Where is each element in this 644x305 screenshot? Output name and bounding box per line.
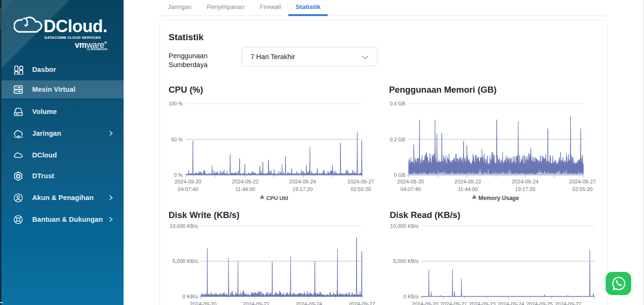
svg-text:0 KB/s: 0 KB/s — [403, 294, 419, 299]
svg-text:Memory Usage: Memory Usage — [479, 195, 519, 201]
svg-text:Penggunaan Memori (GB): Penggunaan Memori (GB) — [389, 85, 497, 95]
svg-text:2024-09-23: 2024-09-23 — [469, 301, 495, 305]
svg-text:2024-09-27: 2024-09-27 — [555, 301, 581, 305]
svg-text:2024-09-24: 2024-09-24 — [289, 179, 316, 184]
svg-text:2024-09-24: 2024-09-24 — [498, 301, 524, 305]
svg-text:2024-09-21: 2024-09-21 — [440, 301, 467, 305]
svg-text:04:07:40: 04:07:40 — [178, 186, 198, 192]
svg-text:2024-09-24: 2024-09-24 — [512, 179, 538, 184]
svg-text:0.4 GB: 0.4 GB — [390, 101, 405, 106]
svg-text:2024-09-20: 2024-09-20 — [411, 301, 438, 305]
svg-text:2024-09-25: 2024-09-25 — [526, 301, 553, 305]
svg-text:50 %: 50 % — [171, 137, 183, 142]
svg-text:2024-09-27: 2024-09-27 — [569, 179, 596, 184]
svg-text:0 KB/s: 0 KB/s — [183, 294, 198, 299]
svg-text:2024-09-20: 2024-09-20 — [397, 179, 424, 184]
svg-text:2024-09-27: 2024-09-27 — [349, 301, 375, 305]
svg-text:0 GB: 0 GB — [394, 172, 405, 178]
svg-text:02:55:20: 02:55:20 — [351, 186, 371, 192]
svg-text:11:44:00: 11:44:00 — [235, 186, 255, 192]
svg-text:2024-09-22: 2024-09-22 — [243, 301, 269, 305]
svg-text:2024-09-22: 2024-09-22 — [455, 179, 481, 184]
svg-text:10,000 KB/s: 10,000 KB/s — [170, 223, 198, 229]
svg-text:04:07:40: 04:07:40 — [401, 186, 421, 192]
svg-text:Disk Read (KB/s): Disk Read (KB/s) — [390, 210, 460, 220]
svg-text:5,000 KB/s: 5,000 KB/s — [172, 258, 198, 264]
svg-text:2024-09-20: 2024-09-20 — [190, 301, 216, 305]
svg-text:100 %: 100 % — [169, 101, 183, 106]
svg-text:2024-09-20: 2024-09-20 — [175, 179, 201, 184]
svg-text:11:44:00: 11:44:00 — [458, 186, 478, 192]
svg-text:Disk Write (KB/s): Disk Write (KB/s) — [169, 210, 240, 220]
svg-text:2024-09-24: 2024-09-24 — [295, 301, 322, 305]
svg-text:02:55:20: 02:55:20 — [572, 186, 593, 192]
svg-text:2024-09-27: 2024-09-27 — [348, 179, 374, 184]
svg-text:19:17:20: 19:17:20 — [515, 186, 536, 192]
svg-text:0.2 GB: 0.2 GB — [390, 137, 405, 142]
svg-text:2024-09-22: 2024-09-22 — [232, 179, 259, 184]
svg-text:10,000 KB/s: 10,000 KB/s — [390, 223, 419, 229]
svg-text:CPU (%): CPU (%) — [169, 85, 203, 95]
svg-text:19:17:20: 19:17:20 — [293, 186, 313, 192]
svg-text:CPU Util: CPU Util — [267, 195, 288, 201]
svg-text:0 %: 0 % — [174, 172, 182, 178]
svg-text:5,000 KB/s: 5,000 KB/s — [393, 258, 419, 264]
